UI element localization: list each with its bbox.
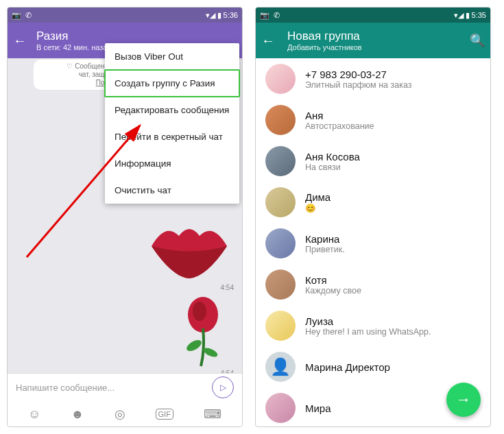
status-bar: 📷 ✆ ▾◢ ▮ 5:35 xyxy=(256,8,490,23)
next-fab-button[interactable]: → xyxy=(446,383,481,417)
lips-sticker xyxy=(145,215,234,284)
whatsapp-phone: 📷 ✆ ▾◢ ▮ 5:35 ← Новая группа Добавить уч… xyxy=(255,7,491,427)
wifi-icon: ▾◢ xyxy=(206,11,215,20)
svg-point-3 xyxy=(185,338,204,353)
status-bar: 📷 ✆ ▾◢ ▮ 5:36 xyxy=(8,8,242,23)
input-bar: Напишите сообщение... ▷ ☺ ☻ ◎ GIF ⌨ xyxy=(8,373,242,426)
back-icon[interactable]: ← xyxy=(13,33,29,49)
send-button[interactable]: ▷ xyxy=(212,376,234,398)
menu-item-edit-messages[interactable]: Редактировать сообщения xyxy=(105,97,239,123)
new-group-header: ← Новая группа Добавить участников 🔍 xyxy=(256,23,490,58)
contact-name: Дима xyxy=(305,191,331,203)
chat-title: Разия xyxy=(36,29,112,43)
contact-name: +7 983 290-03-27 xyxy=(305,69,411,80)
camera-icon[interactable]: ◎ xyxy=(115,407,125,422)
viber-phone: 📷 ✆ ▾◢ ▮ 5:36 ← Разия В сети: 42 мин. на… xyxy=(7,7,243,427)
message-timestamp: 4:54 xyxy=(8,284,242,291)
menu-item-secret-chat[interactable]: Перейти в секретный чат xyxy=(105,123,239,150)
camera-icon: 📷 xyxy=(260,11,269,20)
camera-icon: 📷 xyxy=(12,11,21,20)
contact-name: Луиза xyxy=(305,315,431,327)
avatar xyxy=(265,64,296,94)
contact-row[interactable]: 👤Марина Директор xyxy=(256,346,490,387)
avatar xyxy=(265,146,296,176)
whatsapp-icon: ✆ xyxy=(274,11,280,20)
menu-item-create-group[interactable]: Создать группу с Разия xyxy=(104,69,240,97)
contact-name: Аня Косова xyxy=(305,151,360,162)
contact-name: Котя xyxy=(305,274,361,286)
sticker-icon[interactable]: ☻ xyxy=(71,407,84,422)
avatar xyxy=(265,311,296,341)
battery-icon: ▮ xyxy=(217,11,221,20)
contact-row[interactable]: Дима😊 xyxy=(256,182,490,223)
chat-area: ♡ Сообщения, котор чат, защищен По Вызов… xyxy=(8,58,242,373)
contact-row[interactable]: КотяКаждому свое xyxy=(256,264,490,305)
avatar: 👤 xyxy=(265,352,296,382)
rose-sticker xyxy=(172,294,234,370)
contact-name: Аня xyxy=(305,110,374,121)
avatar xyxy=(265,393,296,423)
context-menu: Вызов Viber Out Создать группу с Разия Р… xyxy=(105,43,239,204)
svg-point-2 xyxy=(193,302,206,321)
back-icon[interactable]: ← xyxy=(261,33,278,49)
avatar xyxy=(265,228,296,258)
contact-row[interactable]: +7 983 290-03-27Элитный парфюм на заказ xyxy=(256,58,490,99)
wifi-icon: ▾◢ xyxy=(454,11,464,20)
contact-row[interactable]: КаринаПриветик. xyxy=(256,223,490,264)
contact-name: Марина Директор xyxy=(305,361,390,373)
keyboard-icon[interactable]: ⌨ xyxy=(204,407,221,422)
contact-status: Hey there! I am using WhatsApp. xyxy=(305,327,431,337)
header-subtitle: Добавить участников xyxy=(287,43,362,51)
contact-status: Элитный парфюм на заказ xyxy=(305,80,411,90)
contact-name: Карина xyxy=(305,233,345,245)
message-input[interactable]: Напишите сообщение... xyxy=(16,383,115,393)
gif-icon[interactable]: GIF xyxy=(156,409,173,420)
contact-status: Автострахование xyxy=(305,121,374,131)
contact-row[interactable]: АняАвтострахование xyxy=(256,99,490,141)
emoji-icon[interactable]: ☺ xyxy=(28,407,40,422)
last-seen: В сети: 42 мин. назад xyxy=(36,43,112,51)
contacts-list[interactable]: +7 983 290-03-27Элитный парфюм на заказ … xyxy=(256,58,490,426)
clock: 5:36 xyxy=(224,11,238,19)
contact-status: 😊 xyxy=(305,203,331,213)
header-title: Новая группа xyxy=(287,29,362,43)
contact-status: Приветик. xyxy=(305,245,345,254)
search-icon[interactable]: 🔍 xyxy=(470,33,485,48)
menu-item-info[interactable]: Информация xyxy=(105,150,239,177)
contact-row[interactable]: Аня КосоваНа связи xyxy=(256,141,490,182)
contact-status: Каждому свое xyxy=(305,286,361,296)
avatar xyxy=(265,269,296,300)
menu-item-clear-chat[interactable]: Очистить чат xyxy=(105,177,239,204)
contact-status: На связи xyxy=(305,162,360,172)
battery-icon: ▮ xyxy=(466,11,470,20)
avatar xyxy=(265,105,296,135)
clock: 5:35 xyxy=(472,11,486,19)
menu-item-viber-out[interactable]: Вызов Viber Out xyxy=(105,43,239,70)
whatsapp-icon: ✆ xyxy=(25,11,32,20)
avatar xyxy=(265,187,296,217)
contact-row[interactable]: ЛуизаHey there! I am using WhatsApp. xyxy=(256,305,490,346)
contact-name: Мира xyxy=(305,402,331,414)
